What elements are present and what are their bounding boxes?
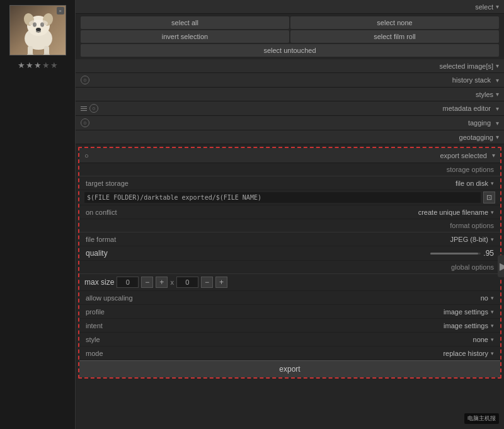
style-row: style none ▾	[79, 333, 500, 346]
thumbnail-container: ×	[9, 5, 66, 55]
tagging-icons: ○	[81, 118, 89, 127]
svg-point-11	[29, 20, 48, 27]
quality-slider-container: .95	[430, 249, 494, 258]
max-size-width-minus-button[interactable]: −	[141, 277, 153, 288]
quality-value: .95	[483, 249, 494, 258]
selected-images-title: selected image[s]	[439, 62, 493, 70]
profile-arrow: ▾	[491, 309, 494, 315]
quality-label: quality	[86, 249, 108, 258]
style-arrow: ▾	[491, 336, 494, 343]
export-settings-icon[interactable]: ○	[84, 152, 89, 159]
mode-value: replace history ▾	[443, 350, 494, 357]
x-separator: x	[170, 278, 174, 286]
export-selected-title: export selected	[440, 152, 487, 159]
metadata-editor-header[interactable]: ○ metadata editor ▾	[76, 101, 504, 116]
styles-arrow: ▾	[496, 91, 499, 98]
file-format-arrow: ▾	[491, 236, 494, 243]
selected-images-arrow: ▾	[496, 62, 499, 69]
select-film-roll-button[interactable]: select film roll	[290, 30, 499, 43]
path-input[interactable]	[84, 192, 481, 203]
max-size-row: max size − + x − +	[79, 274, 500, 291]
styles-title: styles	[476, 91, 493, 98]
path-row: ⊡	[79, 190, 500, 205]
selected-images-header[interactable]: selected image[s] ▾	[76, 59, 504, 73]
max-size-width-input[interactable]	[117, 277, 139, 288]
styles-header[interactable]: styles ▾	[76, 88, 504, 101]
star-rating[interactable]: ★ ★ ★ ★ ★	[18, 60, 58, 70]
target-storage-label: target storage	[86, 180, 129, 187]
metadata-settings-icon[interactable]: ○	[89, 104, 98, 113]
metadata-editor-title: metadata editor	[443, 105, 491, 112]
select-header[interactable]: select ▾	[76, 0, 504, 14]
tagging-arrow: ▾	[496, 120, 499, 127]
on-conflict-arrow: ▾	[491, 209, 494, 215]
history-stack-header[interactable]: ○ history stack ▾	[76, 73, 504, 88]
quality-slider-track[interactable]	[430, 253, 481, 255]
quality-row: quality .95	[79, 246, 500, 261]
metadata-editor-arrow: ▾	[496, 105, 499, 112]
panel-arrow-container: ▶	[76, 381, 504, 394]
allow-upscaling-value[interactable]: no ▾	[481, 294, 494, 302]
history-stack-icons: ○	[81, 76, 89, 84]
select-arrow: ▾	[496, 3, 499, 10]
allow-upscaling-label: allow upscaling	[86, 294, 133, 302]
history-stack-settings-icon[interactable]: ○	[81, 76, 89, 84]
tagging-header[interactable]: ○ tagging ▾	[76, 116, 504, 130]
select-none-button[interactable]: select none	[290, 16, 499, 29]
geotagging-title: geotagging	[459, 134, 493, 141]
star-3: ★	[34, 60, 42, 70]
invert-selection-button[interactable]: invert selection	[81, 30, 289, 43]
tagging-settings-icon[interactable]: ○	[81, 118, 89, 127]
panel-expand-arrow[interactable]: ▶	[498, 255, 504, 277]
export-section: ○ export selected ▾ storage options targ…	[78, 147, 501, 379]
geotagging-arrow: ▾	[496, 134, 499, 140]
allow-upscaling-row: allow upscaling no ▾	[79, 291, 500, 305]
style-value[interactable]: none ▾	[473, 336, 494, 343]
metadata-lines-icon[interactable]	[81, 106, 87, 111]
folder-browse-button[interactable]: ⊡	[483, 192, 495, 203]
mode-arrow: ▾	[491, 350, 494, 357]
history-stack-arrow: ▾	[496, 77, 499, 84]
svg-point-10	[36, 28, 41, 31]
intent-value[interactable]: image settings ▾	[444, 322, 494, 329]
geotagging-header[interactable]: geotagging ▾	[76, 130, 504, 144]
max-size-height-minus-button[interactable]: −	[201, 277, 213, 288]
select-title: select	[475, 3, 493, 11]
history-stack-title: history stack	[452, 76, 491, 84]
style-label: style	[86, 336, 100, 343]
star-1: ★	[18, 60, 25, 70]
target-storage-row: target storage file on disk ▾	[79, 176, 500, 190]
max-size-height-plus-button[interactable]: +	[215, 277, 227, 288]
storage-options-title: storage options	[79, 163, 500, 176]
export-selected-arrow: ▾	[492, 152, 495, 159]
on-conflict-value[interactable]: create unique filename ▾	[418, 209, 494, 216]
file-format-value[interactable]: JPEG (8-bit) ▾	[450, 236, 494, 243]
format-options-title: format options	[79, 219, 500, 232]
star-4: ★	[42, 60, 50, 70]
file-format-label: file format	[86, 236, 116, 243]
export-button[interactable]: export	[79, 360, 500, 377]
intent-label: intent	[86, 322, 103, 329]
target-storage-value[interactable]: file on disk ▾	[455, 180, 494, 187]
mode-label: mode	[86, 350, 103, 357]
on-conflict-row: on conflict create unique filename ▾	[79, 205, 500, 219]
profile-row: profile image settings ▾	[79, 305, 500, 319]
max-size-height-input[interactable]	[176, 277, 198, 288]
select-untouched-button[interactable]: select untouched	[81, 44, 499, 57]
export-selected-header[interactable]: ○ export selected ▾	[79, 148, 500, 163]
star-2: ★	[26, 60, 33, 70]
select-buttons-grid: select all select none invert selection …	[76, 14, 504, 59]
allow-upscaling-arrow: ▾	[491, 295, 494, 301]
target-storage-arrow: ▾	[491, 180, 494, 186]
mode-row: mode replace history ▾	[79, 346, 500, 360]
file-format-row: file format JPEG (8-bit) ▾	[79, 232, 500, 246]
star-5: ★	[50, 60, 58, 70]
metadata-icons: ○	[81, 104, 98, 113]
max-size-width-plus-button[interactable]: +	[156, 277, 168, 288]
profile-value[interactable]: image settings ▾	[444, 308, 494, 316]
intent-row: intent image settings ▾	[79, 319, 500, 333]
profile-label: profile	[86, 308, 105, 316]
select-all-button[interactable]: select all	[81, 16, 289, 29]
close-button[interactable]: ×	[57, 7, 64, 14]
right-panel: select ▾ select all select none invert s…	[76, 0, 504, 429]
